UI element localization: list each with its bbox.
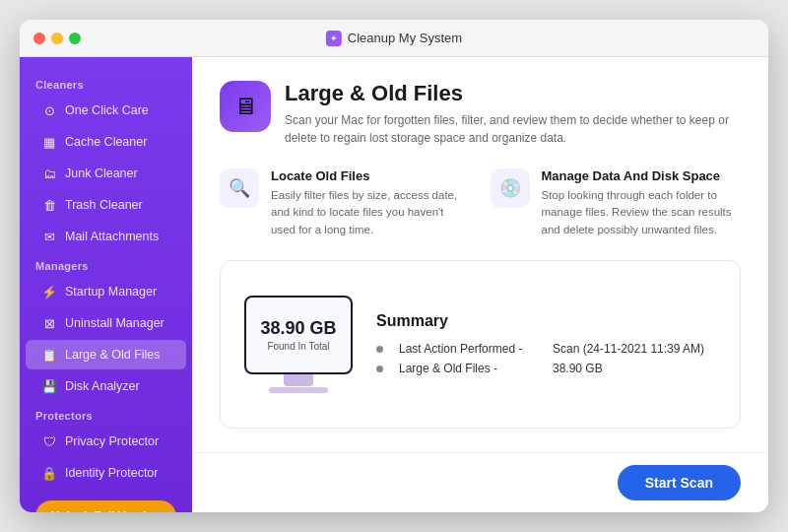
page-header-text: Large & Old Files Scan your Mac for forg…: [285, 81, 741, 147]
uninstall-icon: ⊠: [41, 315, 57, 331]
sidebar-item-identity-protector[interactable]: 🔒 Identity Protector: [26, 458, 186, 488]
monitor-size-value: 38.90 GB: [260, 318, 336, 339]
feature2-desc: Stop looking through each folder to mana…: [542, 187, 742, 238]
junk-cleaner-icon: 🗂: [41, 166, 57, 181]
features-row: 🔍 Locate Old Files Easily filter files b…: [220, 168, 741, 238]
summary-key-2: Large & Old Files -: [399, 362, 537, 375]
startup-icon: ⚡: [41, 284, 57, 299]
sidebar-item-uninstall-manager[interactable]: ⊠ Uninstall Manager: [26, 308, 186, 338]
traffic-lights: [33, 33, 81, 44]
sidebar-item-label: Startup Manager: [65, 285, 157, 299]
sidebar-item-label: Cache Cleaner: [65, 135, 147, 149]
page-icon-symbol: 🖥: [233, 93, 257, 120]
feature-manage-disk: 💿 Manage Data And Disk Space Stop lookin…: [491, 168, 742, 238]
maximize-button[interactable]: [69, 33, 81, 44]
page-icon: 🖥: [220, 81, 271, 132]
page-title: Large & Old Files: [285, 81, 741, 106]
sidebar-item-label: Disk Analyzer: [65, 379, 140, 393]
main-window: ✦ Cleanup My System Cleaners ⊙ One Click…: [20, 20, 768, 512]
titlebar-title: ✦ Cleanup My System: [326, 31, 462, 46]
sidebar-item-label: Large & Old Files: [65, 348, 161, 362]
manage-disk-icon: 💿: [491, 168, 530, 208]
minimize-button[interactable]: [51, 33, 63, 44]
sidebar-item-large-old-files[interactable]: 📋 Large & Old Files: [26, 340, 186, 369]
trash-cleaner-icon: 🗑: [41, 197, 57, 213]
unlock-full-version-button[interactable]: Unlock Full Version: [35, 500, 176, 512]
main-content: 🖥 Large & Old Files Scan your Mac for fo…: [192, 57, 768, 452]
sidebar-item-label: Uninstall Manager: [65, 316, 164, 330]
managers-section-label: Managers: [20, 252, 192, 276]
sidebar-item-label: One Click Care: [65, 103, 149, 117]
locate-files-icon: 🔍: [220, 168, 259, 208]
page-description: Scan your Mac for forgotten files, filte…: [285, 111, 741, 147]
privacy-icon: 🛡: [41, 433, 57, 449]
summary-dot-1: [376, 346, 383, 353]
sidebar-item-label: Junk Cleaner: [65, 166, 138, 180]
summary-dot-2: [376, 366, 383, 372]
monitor-stand: [284, 374, 313, 386]
page-header: 🖥 Large & Old Files Scan your Mac for fo…: [220, 81, 741, 147]
sidebar-item-one-click-care[interactable]: ⊙ One Click Care: [26, 96, 186, 125]
monitor-base: [269, 387, 328, 393]
sidebar-item-cache-cleaner[interactable]: ▦ Cache Cleaner: [26, 127, 186, 157]
disk-icon: 💾: [41, 378, 57, 394]
titlebar: ✦ Cleanup My System: [20, 20, 768, 57]
sidebar-bottom: Unlock Full Version: [20, 489, 192, 512]
feature-locate-text: Locate Old Files Easily filter files by …: [271, 168, 471, 238]
close-button[interactable]: [33, 33, 45, 44]
summary-rows: Last Action Performed - Scan (24-11-2021…: [376, 342, 716, 375]
summary-value-1: Scan (24-11-2021 11:39 AM): [553, 342, 704, 356]
sidebar-item-junk-cleaner[interactable]: 🗂 Junk Cleaner: [26, 159, 186, 188]
content-area: Cleaners ⊙ One Click Care ▦ Cache Cleane…: [20, 57, 768, 512]
summary-key-1: Last Action Performed -: [399, 342, 537, 356]
sidebar-item-disk-analyzer[interactable]: 💾 Disk Analyzer: [26, 371, 186, 401]
feature1-title: Locate Old Files: [271, 168, 471, 183]
protectors-section-label: Protectors: [20, 402, 192, 426]
summary-row-2: Large & Old Files - 38.90 GB: [376, 362, 716, 375]
start-scan-button[interactable]: Start Scan: [618, 465, 741, 500]
sidebar-item-mail-attachments[interactable]: ✉ Mail Attachments: [26, 222, 186, 251]
sidebar-item-trash-cleaner[interactable]: 🗑 Trash Cleaner: [26, 190, 186, 220]
sidebar-item-startup-manager[interactable]: ⚡ Startup Manager: [26, 277, 186, 306]
cache-cleaner-icon: ▦: [41, 134, 57, 150]
identity-icon: 🔒: [41, 465, 57, 481]
feature1-desc: Easily filter files by size, access date…: [271, 187, 471, 238]
large-files-icon: 📋: [41, 347, 57, 363]
summary-title: Summary: [376, 312, 716, 330]
summary-row-1: Last Action Performed - Scan (24-11-2021…: [376, 342, 716, 356]
app-title: Cleanup My System: [348, 31, 462, 45]
summary-value-2: 38.90 GB: [553, 362, 603, 375]
mail-icon: ✉: [41, 229, 57, 244]
feature-manage-text: Manage Data And Disk Space Stop looking …: [542, 168, 742, 238]
sidebar-item-label: Identity Protector: [65, 466, 159, 480]
sidebar-item-privacy-protector[interactable]: 🛡 Privacy Protector: [26, 427, 186, 456]
monitor-label: Found In Total: [267, 341, 329, 352]
sidebar-item-label: Privacy Protector: [65, 434, 159, 448]
one-click-care-icon: ⊙: [41, 102, 57, 118]
feature-locate-files: 🔍 Locate Old Files Easily filter files b…: [220, 168, 471, 238]
monitor-screen: 38.90 GB Found In Total: [244, 296, 353, 374]
monitor-graphic: 38.90 GB Found In Total: [244, 296, 353, 393]
footer-bar: Start Scan: [192, 452, 768, 512]
cleaners-section-label: Cleaners: [20, 71, 192, 95]
summary-card: 38.90 GB Found In Total Summary Last Act…: [220, 260, 741, 429]
summary-info: Summary Last Action Performed - Scan (24…: [376, 312, 716, 375]
sidebar-item-label: Mail Attachments: [65, 230, 159, 243]
app-icon: ✦: [326, 31, 342, 46]
feature2-title: Manage Data And Disk Space: [542, 168, 742, 183]
sidebar: Cleaners ⊙ One Click Care ▦ Cache Cleane…: [20, 57, 192, 512]
sidebar-item-label: Trash Cleaner: [65, 198, 143, 212]
